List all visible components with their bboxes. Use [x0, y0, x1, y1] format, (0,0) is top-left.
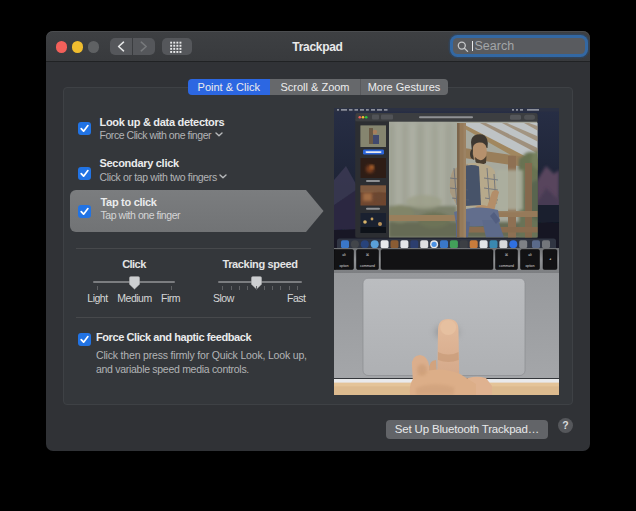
svg-text:alt: alt — [528, 253, 532, 257]
svg-text:◂: ◂ — [549, 257, 551, 261]
svg-text:command: command — [499, 264, 514, 268]
svg-text:alt: alt — [342, 253, 346, 257]
svg-text:option: option — [339, 264, 348, 268]
svg-text:option: option — [525, 264, 534, 268]
svg-text:command: command — [360, 264, 375, 268]
